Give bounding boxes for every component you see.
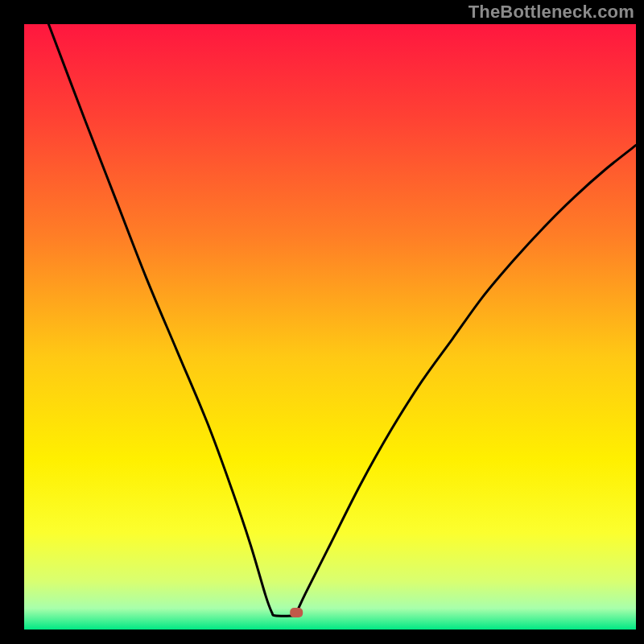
watermark-text: TheBottleneck.com — [469, 2, 634, 23]
optimal-point-marker — [290, 608, 303, 617]
plot-area — [24, 24, 636, 630]
bottleneck-chart — [0, 0, 644, 644]
chart-container: TheBottleneck.com — [0, 0, 644, 644]
